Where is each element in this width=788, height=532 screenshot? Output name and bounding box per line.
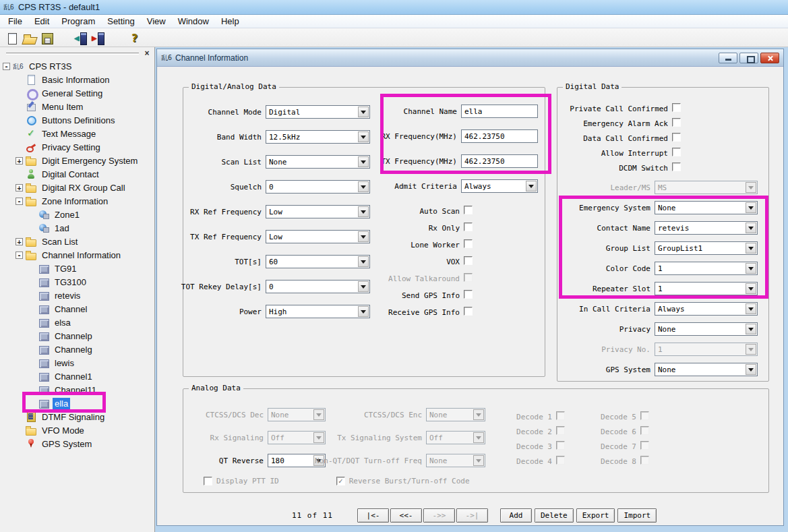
menu-item[interactable]: Edit bbox=[28, 15, 55, 28]
tree-item[interactable]: Privacy Setting bbox=[0, 140, 154, 154]
record-position: 11 of 11 bbox=[292, 511, 333, 520]
dropdown[interactable]: None bbox=[655, 322, 758, 336]
new-file-button[interactable] bbox=[3, 30, 20, 46]
text-or-dropdown-field[interactable]: Always bbox=[461, 179, 538, 193]
help-button[interactable] bbox=[125, 30, 143, 46]
close-button[interactable] bbox=[760, 53, 779, 63]
open-file-button[interactable] bbox=[20, 30, 38, 46]
dropdown[interactable]: retevis bbox=[655, 221, 758, 235]
tree-item[interactable]: retevis bbox=[0, 289, 154, 302]
channel-icon bbox=[38, 371, 49, 382]
menu-item[interactable]: Window bbox=[172, 15, 215, 28]
first-record-button[interactable]: |<- bbox=[357, 508, 389, 523]
menu-item[interactable]: Program bbox=[55, 15, 101, 28]
panel-grip[interactable] bbox=[6, 53, 139, 55]
next-record-button[interactable]: ->> bbox=[423, 508, 455, 523]
checkbox[interactable]: ✓ bbox=[464, 256, 473, 265]
tree-expander-icon[interactable]: - bbox=[16, 252, 23, 259]
tree-item[interactable]: TG91 bbox=[0, 262, 154, 275]
prev-record-button[interactable]: <<- bbox=[390, 508, 422, 523]
text-or-dropdown-field[interactable]: ella bbox=[461, 105, 538, 118]
dropdown[interactable]: 12.5kHz bbox=[266, 130, 370, 144]
tree-item[interactable]: - Zone Information bbox=[0, 194, 154, 208]
checkbox[interactable]: ✓ bbox=[464, 239, 473, 248]
save-button[interactable] bbox=[38, 30, 55, 46]
write-to-radio-button[interactable] bbox=[90, 30, 108, 46]
tree-item[interactable]: Channelp bbox=[0, 329, 154, 343]
checkbox[interactable]: ✓ bbox=[464, 206, 473, 214]
mdi-area: Channel Information Digital/Analog Data … bbox=[155, 47, 788, 532]
dropdown[interactable]: 1 bbox=[655, 282, 758, 295]
tree-item[interactable]: + Scan List bbox=[0, 235, 154, 248]
tree-item[interactable]: GPS System bbox=[0, 437, 154, 450]
tree-item[interactable]: Channel11 bbox=[0, 383, 154, 396]
tree-item[interactable]: ella bbox=[0, 396, 154, 410]
tree-item[interactable]: VFO Mode bbox=[0, 423, 154, 437]
maximize-button[interactable] bbox=[739, 53, 758, 63]
dropdown[interactable]: Low bbox=[266, 230, 370, 243]
dropdown[interactable]: Digital bbox=[266, 105, 370, 119]
text-or-dropdown-field[interactable]: 462.23750 bbox=[461, 154, 538, 168]
export-button[interactable]: Export bbox=[576, 508, 615, 523]
tree-item[interactable]: Zone1 bbox=[0, 208, 154, 221]
tree-item[interactable]: TG3100 bbox=[0, 275, 154, 289]
minimize-button[interactable] bbox=[719, 53, 737, 63]
tree-item[interactable]: elsa bbox=[0, 316, 154, 329]
checkbox[interactable]: ✓ bbox=[672, 118, 681, 127]
dropdown[interactable]: 60 bbox=[266, 255, 370, 268]
tree-expander-icon[interactable]: - bbox=[3, 63, 10, 70]
dropdown-arrow-icon bbox=[358, 281, 369, 292]
delete-button[interactable]: Delete bbox=[535, 508, 574, 523]
tree-item[interactable]: lewis bbox=[0, 356, 154, 370]
analog-fields-right: CTCSS/DCS Enc None Tx Signaling System O… bbox=[298, 408, 485, 477]
text-or-dropdown-field[interactable]: 462.23750 bbox=[461, 129, 538, 143]
tree-item[interactable]: + Digit Emergency System bbox=[0, 154, 154, 167]
tree-item[interactable]: - CPS RT3S bbox=[0, 59, 154, 73]
tree-item[interactable]: 1ad bbox=[0, 221, 154, 235]
tree-item[interactable]: Basic Information bbox=[0, 73, 154, 86]
tree-expander-icon[interactable]: + bbox=[16, 157, 23, 165]
dropdown-arrow-icon bbox=[746, 243, 756, 254]
checkbox[interactable]: ✓ bbox=[464, 290, 473, 299]
tree-item[interactable]: Text Message bbox=[0, 127, 154, 140]
dropdown[interactable]: 1 bbox=[655, 262, 758, 275]
tree-expander-icon[interactable]: + bbox=[16, 238, 23, 245]
tree-item[interactable]: Menu Item bbox=[0, 100, 154, 113]
dropdown[interactable]: Always bbox=[655, 302, 758, 316]
menu-item[interactable]: Help bbox=[215, 15, 245, 28]
dropdown[interactable]: GroupList1 bbox=[655, 241, 758, 255]
tree-item[interactable]: Channel1 bbox=[0, 370, 154, 383]
last-record-button[interactable]: ->| bbox=[456, 508, 488, 523]
dropdown-arrow-icon bbox=[473, 409, 484, 420]
dropdown[interactable]: 0 bbox=[266, 180, 370, 194]
checkbox[interactable]: ✓ bbox=[672, 162, 681, 171]
read-from-radio-button[interactable] bbox=[73, 30, 90, 46]
checkbox[interactable]: ✓ bbox=[464, 223, 473, 231]
menu-item[interactable]: File bbox=[2, 15, 28, 28]
import-button[interactable]: Import bbox=[617, 508, 657, 523]
dropdown[interactable]: Low bbox=[266, 205, 370, 218]
dropdown[interactable]: None bbox=[266, 155, 370, 169]
menu-item[interactable]: Setting bbox=[101, 15, 140, 28]
dropdown[interactable]: None bbox=[655, 363, 758, 376]
tree-item[interactable]: Channel bbox=[0, 302, 154, 316]
checkbox[interactable]: ✓ bbox=[672, 103, 681, 112]
checkbox[interactable]: ✓ bbox=[672, 148, 681, 156]
tree-expander-icon[interactable]: - bbox=[16, 198, 23, 205]
tree-item[interactable]: Channelg bbox=[0, 343, 154, 356]
menu-item[interactable]: View bbox=[141, 15, 172, 28]
tree-item[interactable]: General Setting bbox=[0, 86, 154, 100]
tree-item[interactable]: - Channel Information bbox=[0, 248, 154, 262]
add-button[interactable]: Add bbox=[500, 508, 532, 523]
panel-close-icon[interactable]: × bbox=[142, 49, 152, 58]
dropdown[interactable]: None bbox=[655, 201, 758, 214]
tree-item[interactable]: Digital Contact bbox=[0, 167, 154, 181]
checkbox[interactable]: ✓ bbox=[464, 307, 473, 316]
dropdown[interactable]: 0 bbox=[266, 280, 370, 293]
tree-item[interactable]: + Digital RX Group Call bbox=[0, 181, 154, 194]
dropdown[interactable]: High bbox=[266, 305, 370, 318]
tree-expander-icon[interactable]: + bbox=[16, 184, 23, 191]
tree-item[interactable]: Buttons Definitions bbox=[0, 113, 154, 127]
tree-item[interactable]: DTMF Signaling bbox=[0, 410, 154, 423]
checkbox[interactable]: ✓ bbox=[672, 133, 681, 142]
